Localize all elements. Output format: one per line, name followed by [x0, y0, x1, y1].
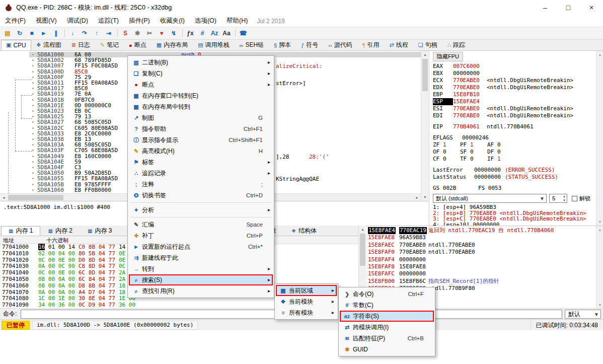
view-tab[interactable]: ‹›源代码 — [323, 40, 357, 50]
step-into-icon[interactable]: ↓ — [67, 28, 78, 38]
context-menu-item[interactable]: ✎高亮模式(H)H — [129, 145, 273, 157]
context-menu-item[interactable]: ✚补丁Ctrl+P — [129, 230, 273, 241]
search-scope-item[interactable]: ▦当前区域▸ — [276, 285, 337, 296]
stack-row[interactable]: 15E8FAE4770EAC19返回到 ntdll.770EAC19 自 ntd… — [366, 227, 596, 234]
view-tab[interactable]: ▤调用堆栈 — [193, 40, 234, 50]
run-icon[interactable]: ► — [38, 28, 49, 38]
menubar-item[interactable]: 追踪(T) — [93, 15, 124, 27]
context-menu-item[interactable]: ;注释; — [129, 179, 273, 190]
bottom-tab[interactable]: ❖结构体 — [284, 226, 324, 236]
stack-row[interactable]: 15E8FB0015E8FB6C指向SEH_Record[1]的指针 — [366, 278, 596, 285]
stop-icon[interactable]: ■ — [26, 28, 37, 38]
scroll-right-icon[interactable]: ▸ — [413, 194, 421, 201]
bottom-tab[interactable]: ▦内存 1 — [1, 226, 40, 236]
settings-icon[interactable]: ✻ — [132, 28, 143, 38]
hash-icon[interactable]: # — [197, 28, 208, 38]
context-menu-item[interactable]: ?指令帮助Ctrl+F1 — [129, 123, 273, 134]
pause-icon[interactable]: ∥ — [50, 28, 61, 38]
scylla-icon[interactable]: S — [120, 28, 131, 38]
stack-row[interactable]: 15E8FAF400000000 — [366, 256, 596, 263]
context-menu-item[interactable]: ✎汇编Space — [129, 219, 273, 230]
command-dropdown[interactable]: 默认 ▼ — [565, 310, 601, 319]
search-scope-item[interactable]: ❖当前模块▸ — [276, 296, 337, 307]
spinner-arrows-icon[interactable]: ▲▼ — [563, 194, 566, 202]
favourites-icon[interactable]: ♥ — [156, 28, 167, 38]
context-menu-item[interactable]: ↗制图G — [129, 112, 273, 123]
context-menu-item[interactable]: ✦分析▸ — [129, 204, 273, 215]
context-menu-item[interactable]: ⌕查找引用(R)▸ — [129, 285, 273, 297]
context-menu-item[interactable]: ►设置新的运行起点Ctrl+* — [129, 241, 273, 252]
close-button[interactable]: × — [580, 0, 603, 15]
context-menu-item[interactable]: ❏复制(C)▸ — [129, 68, 273, 79]
menubar-item[interactable]: 收藏夹(I) — [155, 15, 190, 27]
search-type-item[interactable]: az字符串(S) — [340, 311, 434, 322]
view-tab[interactable]: §脚本 — [269, 40, 296, 50]
registers-vertical-scrollbar[interactable]: ▴ ▾ — [596, 51, 603, 226]
context-menu-item[interactable]: ∴追踪记录▸ — [129, 168, 273, 179]
context-menu-item[interactable]: ●断点▸ — [129, 79, 273, 90]
menubar-item[interactable]: 文件(F) — [0, 15, 31, 27]
run-to-user-icon[interactable]: ⇥ — [103, 28, 114, 38]
view-tab[interactable]: ▦内存布局 — [152, 40, 193, 50]
case-icon[interactable]: Az — [209, 28, 220, 38]
context-menu-item[interactable]: ▥二进制(B)▸ — [129, 57, 273, 68]
menubar-item[interactable]: 插件(P) — [124, 15, 155, 27]
scissors-icon[interactable]: ✂ — [144, 28, 155, 38]
scroll-up-icon[interactable]: ▴ — [359, 226, 366, 233]
context-menu-item[interactable]: →转到▸ — [129, 263, 273, 274]
view-tab[interactable]: ∴跟踪 — [442, 40, 470, 50]
view-tab[interactable]: ≣日志 — [66, 40, 95, 50]
view-tab[interactable]: ❖流程图 — [31, 40, 66, 50]
scrollbar-thumb[interactable] — [422, 59, 428, 91]
stack-row[interactable]: 15E8FAFC00000000 — [366, 270, 596, 277]
calling-convention-dropdown[interactable]: 默认 (stdcall) ▼ — [433, 194, 547, 203]
view-tab[interactable]: ●断点 — [124, 40, 152, 50]
bottom-tab[interactable]: ▦内存 2 — [40, 226, 80, 236]
context-menu-item[interactable]: ⓘ显示指令提示Ctrl+Shift+F1 — [129, 134, 273, 145]
step-over-icon[interactable]: ↷ — [79, 28, 90, 38]
argument-count-spinner[interactable]: 5 ▲▼ — [549, 194, 567, 203]
view-tab[interactable]: ƒ符号 — [296, 40, 323, 50]
menubar-item[interactable]: 选项(O) — [190, 15, 221, 27]
attach-icon[interactable]: ↯ — [168, 28, 179, 38]
help-icon[interactable]: ☎ — [238, 28, 249, 38]
context-menu-item[interactable]: ▦在内存窗口中转到(E) — [129, 90, 273, 101]
restart-icon[interactable]: ↻ — [14, 28, 25, 38]
stack-row[interactable]: 15E8FAE896A59BB3 — [366, 234, 596, 241]
font-icon[interactable]: Aa — [221, 28, 232, 38]
calculator-icon[interactable]: ƒx — [185, 28, 196, 38]
view-tab[interactable]: ⇄线程 — [385, 40, 413, 50]
scroll-up-icon[interactable]: ▴ — [421, 51, 429, 58]
stack-row[interactable]: 15E8FAF815E8FAE8 — [366, 263, 596, 270]
context-menu-item[interactable]: ✪切换书签Ctrl+D — [129, 190, 273, 201]
stack-row[interactable]: 15E8FAF0770EABE0ntdll.770EABE0 — [366, 249, 596, 256]
unlock-checkbox[interactable] — [572, 196, 577, 201]
stack-row[interactable]: 15E8FAEC770EABE0ntdll.770EABE0 — [366, 242, 596, 249]
hide-fpu-button[interactable]: 隐藏FPU — [433, 52, 463, 61]
bottom-tab[interactable]: ▦内存 3 — [80, 226, 119, 236]
step-out-icon[interactable]: ↑ — [91, 28, 102, 38]
scroll-left-icon[interactable]: ◂ — [0, 194, 8, 201]
context-menu-item[interactable]: ⚑标签▸ — [129, 157, 273, 168]
minimize-button[interactable]: – — [534, 0, 557, 15]
view-tab[interactable]: ∞SEH链 — [235, 40, 269, 50]
context-menu-item[interactable]: ⇉新建线程于此 — [129, 252, 273, 263]
view-tab[interactable]: ¶引用 — [357, 40, 385, 50]
context-menu-item[interactable]: ▦在内存布局中转到 — [129, 101, 273, 112]
view-tab[interactable]: ❏句柄 — [413, 40, 442, 50]
stack-vertical-scrollbar[interactable]: ▴ ▾ — [596, 226, 603, 309]
search-type-item[interactable]: ≋匹配特征(P)Ctrl+B — [340, 333, 434, 344]
scrollbar-thumb[interactable] — [360, 234, 365, 266]
open-file-icon[interactable]: ▤ — [2, 28, 13, 38]
menubar-item[interactable]: 帮助(H) — [221, 15, 253, 27]
search-type-item[interactable]: ❯命令(O)Ctrl+F — [340, 288, 434, 300]
scrollbar-thumb[interactable] — [8, 195, 63, 200]
maximize-button[interactable]: □ — [557, 0, 580, 15]
search-type-item[interactable]: #常数(C) — [340, 300, 434, 311]
disassembly-vertical-scrollbar[interactable]: ▴ ▾ — [421, 51, 428, 201]
scroll-up-icon[interactable]: ▴ — [596, 226, 603, 234]
view-tab[interactable]: ✎笔记 — [95, 40, 124, 50]
search-type-item[interactable]: ✱GUID — [340, 344, 434, 355]
registers-pane[interactable]: 隐藏FPU EAX007C6000EBX00000000ECX770EABE0<… — [430, 51, 603, 226]
scroll-down-icon[interactable]: ▾ — [596, 218, 603, 226]
